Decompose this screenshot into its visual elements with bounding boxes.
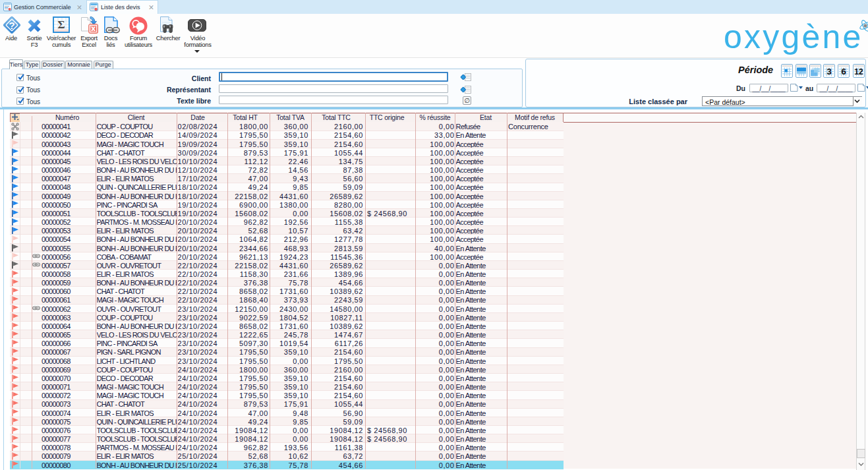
svg-text:12: 12: [854, 67, 863, 76]
svg-text:3: 3: [826, 67, 831, 76]
svg-text:?: ?: [9, 20, 14, 31]
svg-text:6: 6: [841, 67, 846, 76]
svg-text:Σ: Σ: [57, 18, 65, 31]
